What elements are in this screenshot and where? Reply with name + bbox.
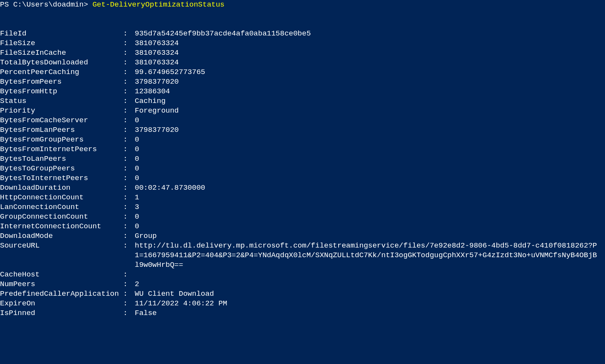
output-value: Group [135, 231, 157, 241]
output-key: FileId [0, 29, 123, 39]
output-separator: : [123, 270, 135, 280]
output-value: 99.6749652773765 [135, 67, 205, 77]
output-key: BytesFromCacheServer [0, 116, 123, 125]
output-value: 0 [135, 164, 139, 174]
output-separator: : [123, 183, 135, 193]
output-separator: : [123, 48, 135, 58]
output-row: BytesFromInternetPeers: 0 [0, 145, 605, 154]
output-row: BytesFromPeers: 3798377020 [0, 77, 605, 87]
output-value: Foreground [135, 106, 179, 116]
output-row: SourceURL: http://tlu.dl.delivery.mp.mic… [0, 241, 605, 270]
output-key: HttpConnectionCount [0, 193, 123, 202]
output-key: PredefinedCallerApplication [0, 289, 123, 299]
output-separator: : [123, 289, 135, 299]
output-separator: : [123, 116, 135, 125]
output-separator: : [123, 125, 135, 135]
output-row: FileSize: 3810763324 [0, 39, 605, 48]
output-value: 3810763324 [135, 48, 179, 58]
output-row: BytesToInternetPeers: 0 [0, 174, 605, 183]
output-separator: : [123, 280, 135, 289]
powershell-terminal[interactable]: PS C:\Users\doadmin> Get-DeliveryOptimiz… [0, 0, 605, 318]
output-separator: : [123, 39, 135, 48]
output-separator: : [123, 96, 135, 106]
output-separator: : [123, 231, 135, 241]
output-separator: : [123, 174, 135, 183]
output-row: HttpConnectionCount: 1 [0, 193, 605, 202]
output-row: InternetConnectionCount: 0 [0, 222, 605, 231]
output-value: 3 [135, 202, 139, 212]
output-separator: : [123, 164, 135, 174]
output-separator: : [123, 106, 135, 116]
output-value: 0 [135, 174, 139, 183]
output-key: BytesToLanPeers [0, 154, 123, 164]
output-row: LanConnectionCount: 3 [0, 202, 605, 212]
output-value: 2 [135, 280, 139, 289]
output-row: BytesToLanPeers: 0 [0, 154, 605, 164]
output-separator: : [123, 77, 135, 87]
output-key: BytesFromPeers [0, 77, 123, 87]
output-value: False [135, 308, 157, 318]
output-key: BytesFromGroupPeers [0, 135, 123, 145]
output-key: BytesFromInternetPeers [0, 145, 123, 154]
output-row: FileSizeInCache: 3810763324 [0, 48, 605, 58]
output-key: TotalBytesDownloaded [0, 58, 123, 67]
output-value: 3798377020 [135, 125, 179, 135]
output-separator: : [123, 308, 135, 318]
output-value: http://tlu.dl.delivery.mp.microsoft.com/… [135, 241, 598, 270]
output-key: IsPinned [0, 308, 123, 318]
output-key: LanConnectionCount [0, 202, 123, 212]
output-separator: : [123, 58, 135, 67]
output-separator: : [123, 135, 135, 145]
output-key: ExpireOn [0, 299, 123, 308]
output-row: BytesFromCacheServer: 0 [0, 116, 605, 125]
output-key: BytesFromHttp [0, 87, 123, 96]
output-key: PercentPeerCaching [0, 67, 123, 77]
output-separator: : [123, 212, 135, 222]
output-row: Priority: Foreground [0, 106, 605, 116]
output-separator: : [123, 154, 135, 164]
output-value: 935d7a54245ef9bb37acde4afa0aba1158ce0be5 [135, 29, 311, 39]
output-value: WU Client Download [135, 289, 214, 299]
output-separator: : [123, 299, 135, 308]
output-row: NumPeers: 2 [0, 280, 605, 289]
output-separator: : [123, 222, 135, 231]
output-key: Status [0, 96, 123, 106]
output-key: BytesFromLanPeers [0, 125, 123, 135]
output-value: Caching [135, 96, 166, 106]
output-row: DownloadDuration: 00:02:47.8730000 [0, 183, 605, 193]
output-value: 0 [135, 212, 139, 222]
output-key: DownloadMode [0, 231, 123, 241]
output-key: SourceURL [0, 241, 123, 251]
output-key: BytesToGroupPeers [0, 164, 123, 174]
output-value: 0 [135, 116, 139, 125]
output-separator: : [123, 241, 135, 251]
output-key: FileSize [0, 39, 123, 48]
prompt-prefix: PS C:\Users\doadmin> [0, 0, 92, 9]
output-separator: : [123, 29, 135, 39]
output-row: ExpireOn: 11/11/2022 4:06:22 PM [0, 299, 605, 308]
output-row: Status: Caching [0, 96, 605, 106]
output-value: 3798377020 [135, 77, 179, 87]
output-value: 00:02:47.8730000 [135, 183, 205, 193]
output-key: DownloadDuration [0, 183, 123, 193]
output-separator: : [123, 193, 135, 202]
output-value: 0 [135, 135, 139, 145]
output-key: InternetConnectionCount [0, 222, 123, 231]
output-row: TotalBytesDownloaded: 3810763324 [0, 58, 605, 67]
output-separator: : [123, 202, 135, 212]
output-row: PredefinedCallerApplication: WU Client D… [0, 289, 605, 299]
output-row: PercentPeerCaching: 99.6749652773765 [0, 67, 605, 77]
output-value: 1 [135, 193, 139, 202]
output-value: 0 [135, 222, 139, 231]
output-row: BytesFromGroupPeers: 0 [0, 135, 605, 145]
output-separator: : [123, 67, 135, 77]
output-row: GroupConnectionCount: 0 [0, 212, 605, 222]
output-value: 3810763324 [135, 39, 179, 48]
output-separator: : [123, 87, 135, 96]
prompt-line: PS C:\Users\doadmin> Get-DeliveryOptimiz… [0, 0, 605, 10]
output-key: NumPeers [0, 280, 123, 289]
output-separator: : [123, 145, 135, 154]
output-value: 0 [135, 145, 139, 154]
output-row: IsPinned: False [0, 308, 605, 318]
output-key: Priority [0, 106, 123, 116]
